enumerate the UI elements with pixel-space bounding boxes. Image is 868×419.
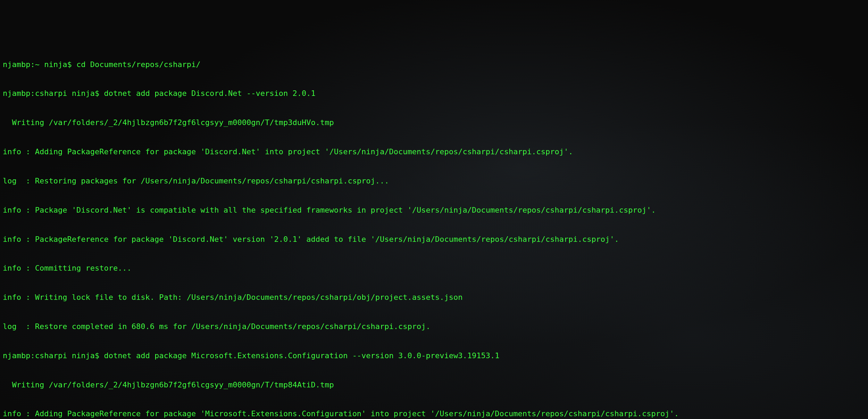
terminal-line: njambp:csharpi ninja$ dotnet add package… xyxy=(3,89,865,98)
terminal-line: njambp:~ ninja$ cd Documents/repos/cshar… xyxy=(3,60,865,69)
terminal-line: info : Adding PackageReference for packa… xyxy=(3,147,865,157)
terminal-line: Writing /var/folders/_2/4hjlbzgn6b7f2gf6… xyxy=(3,118,865,128)
terminal-output[interactable]: njambp:~ ninja$ cd Documents/repos/cshar… xyxy=(3,40,865,419)
terminal-line: njambp:csharpi ninja$ dotnet add package… xyxy=(3,351,865,361)
terminal-line: info : PackageReference for package 'Dis… xyxy=(3,235,865,244)
terminal-line: info : Committing restore... xyxy=(3,263,865,273)
terminal-line: info : Writing lock file to disk. Path: … xyxy=(3,293,865,302)
terminal-line: info : Adding PackageReference for packa… xyxy=(3,409,865,419)
terminal-line: log : Restore completed in 680.6 ms for … xyxy=(3,322,865,331)
terminal-line: log : Restoring packages for /Users/ninj… xyxy=(3,176,865,186)
terminal-line: Writing /var/folders/_2/4hjlbzgn6b7f2gf6… xyxy=(3,380,865,390)
terminal-line: info : Package 'Discord.Net' is compatib… xyxy=(3,205,865,215)
